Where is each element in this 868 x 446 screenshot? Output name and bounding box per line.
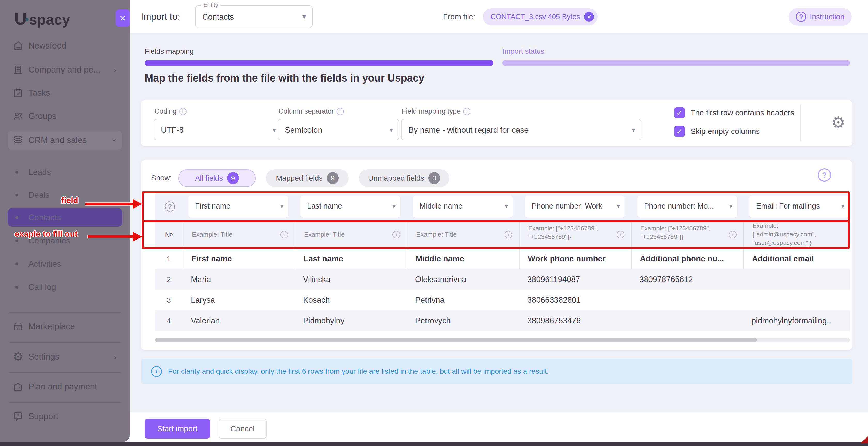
help-icon[interactable]: ? — [817, 168, 831, 182]
entity-select[interactable]: Entity Contacts ▾ — [195, 5, 313, 28]
chevron-right-icon: › — [114, 352, 117, 362]
table-row: 4 Valerian Pidmohylny Petrovych 38098675… — [155, 310, 850, 331]
sidebar-item-company-and-people[interactable]: Company and pe... › — [8, 60, 122, 79]
gear-icon: ⚙ — [11, 350, 25, 364]
annotation-label-field: field — [61, 196, 78, 205]
annotation-arrowhead-example — [133, 232, 142, 242]
page-title: Map the fields from the file with the fi… — [145, 72, 424, 84]
sidebar: Uspacy Newsfeed Company and pe... › Task… — [0, 0, 130, 442]
file-chip: CONTACT_3.csv 405 Bytes × — [483, 8, 597, 25]
column-separator-label: Column separatori — [278, 107, 344, 115]
filter-unmapped-fields[interactable]: Unmapped fields 0 — [359, 169, 450, 187]
checkbox-checked-icon: ✓ — [674, 126, 685, 137]
annotation-arrowhead-field — [133, 199, 142, 209]
instruction-button[interactable]: ? Instruction — [789, 8, 852, 26]
close-panel-button[interactable]: × — [116, 9, 130, 27]
import-header: Import to: Entity Contacts ▾ From file: … — [130, 0, 868, 34]
horizontal-scrollbar[interactable] — [155, 338, 850, 342]
coding-label: Codingi — [154, 107, 187, 115]
logo-dot — [25, 18, 29, 21]
sidebar-divider — [9, 372, 120, 373]
field-mapping-type-label: Field mapping typei — [402, 107, 470, 115]
annotation-box-example-row — [142, 220, 850, 249]
window-bottom-edge — [0, 442, 868, 446]
table-row: 2 Maria Vilinska Oleksandrivna 380961194… — [155, 269, 850, 290]
sidebar-item-newsfeed[interactable]: Newsfeed — [8, 36, 122, 55]
bullet-icon — [16, 216, 18, 219]
close-icon: × — [587, 13, 591, 21]
column-separator-select[interactable]: Semicolon ▾ — [278, 119, 399, 140]
show-label: Show: — [151, 174, 172, 182]
calendar-icon — [11, 86, 25, 100]
bullet-icon — [16, 286, 18, 288]
remove-file-button[interactable]: × — [584, 12, 594, 22]
step-import-status[interactable]: Import status — [502, 47, 544, 56]
bullet-icon — [16, 194, 18, 197]
sidebar-item-crm-and-sales[interactable]: CRM and sales › — [8, 131, 122, 150]
step-fields-mapping-progress — [145, 60, 493, 66]
sidebar-divider — [9, 342, 120, 343]
info-icon: i — [179, 108, 187, 115]
sidebar-item-support[interactable]: ? Support — [8, 407, 122, 426]
annotation-box-field-row — [142, 191, 850, 222]
chevron-down-icon: › — [110, 139, 120, 141]
first-row-headers-checkbox[interactable]: ✓ The first row contains headers — [674, 107, 795, 118]
filter-mapped-fields[interactable]: Mapped fields 9 — [266, 169, 349, 187]
caret-down-icon: ▾ — [273, 126, 276, 134]
sidebar-divider — [9, 312, 120, 313]
chat-question-icon: ? — [11, 410, 25, 423]
field-mapping-type-select[interactable]: By name - without regard for case ▾ — [401, 119, 642, 140]
import-to-label: Import to: — [141, 11, 180, 22]
start-import-button[interactable]: Start import — [145, 419, 210, 439]
info-icon: i — [151, 366, 162, 377]
annotation-arrow-field — [85, 203, 134, 205]
filter-all-fields[interactable]: All fields 9 — [178, 169, 256, 187]
stack-icon — [11, 133, 25, 147]
mapping-table-card: Show: All fields 9 Mapped fields 9 Unmap… — [141, 160, 852, 350]
sidebar-item-contacts[interactable]: Contacts — [8, 208, 122, 227]
info-icon: i — [337, 108, 344, 115]
bullet-icon — [16, 263, 18, 265]
sidebar-item-marketplace[interactable]: Marketplace — [8, 317, 122, 336]
bullet-icon — [16, 171, 18, 174]
skip-empty-columns-checkbox[interactable]: ✓ Skip empty columns — [674, 126, 760, 137]
bullet-icon — [16, 239, 18, 242]
people-icon — [11, 109, 25, 123]
entity-select-label: Entity — [201, 2, 220, 8]
import-wizard-screen: Uspacy Newsfeed Company and pe... › Task… — [0, 0, 868, 446]
question-circle-icon: ? — [796, 12, 806, 22]
coding-select[interactable]: UTF-8 ▾ — [154, 119, 282, 140]
sidebar-item-settings[interactable]: ⚙ Settings › — [8, 347, 122, 366]
sidebar-item-groups[interactable]: Groups — [8, 107, 122, 126]
chevron-right-icon: › — [114, 65, 117, 75]
svg-text:?: ? — [17, 413, 20, 418]
sidebar-item-activities[interactable]: Activities — [8, 254, 122, 273]
table-row: 1 First name Last name Middle name Work … — [155, 248, 850, 269]
checkbox-checked-icon: ✓ — [674, 107, 685, 118]
count-badge: 0 — [428, 172, 440, 184]
import-settings-card: Codingi UTF-8 ▾ Column separatori Semico… — [141, 100, 852, 146]
logo-u-glyph: U — [14, 9, 26, 28]
info-icon: i — [463, 108, 470, 115]
gear-icon[interactable]: ⚙ — [831, 113, 845, 132]
step-import-status-progress — [502, 60, 850, 66]
sidebar-item-call-log[interactable]: Call log — [8, 278, 122, 296]
annotation-label-example: exaple to fill out — [15, 229, 78, 239]
uspacy-logo: Uspacy — [14, 9, 70, 28]
table-row: 3 Larysa Kosach Petrivna 380663382801 — [155, 290, 850, 310]
caret-down-icon: ▾ — [390, 126, 393, 134]
scrollbar-thumb[interactable] — [155, 338, 757, 342]
settings-divider — [800, 105, 801, 141]
sidebar-item-plan-and-payment[interactable]: Plan and payment — [8, 377, 122, 396]
count-badge: 9 — [327, 172, 339, 184]
sidebar-item-leads[interactable]: Leads — [8, 163, 122, 181]
cancel-button[interactable]: Cancel — [219, 419, 267, 439]
sidebar-item-tasks[interactable]: Tasks — [8, 83, 122, 102]
wallet-icon — [11, 380, 25, 393]
caret-down-icon: ▾ — [632, 126, 635, 134]
info-message: i For clarity and quick display, only th… — [141, 359, 852, 384]
home-icon — [11, 39, 25, 53]
sidebar-divider — [9, 402, 120, 403]
store-icon — [11, 320, 25, 333]
step-fields-mapping[interactable]: Fields mapping — [145, 47, 194, 56]
